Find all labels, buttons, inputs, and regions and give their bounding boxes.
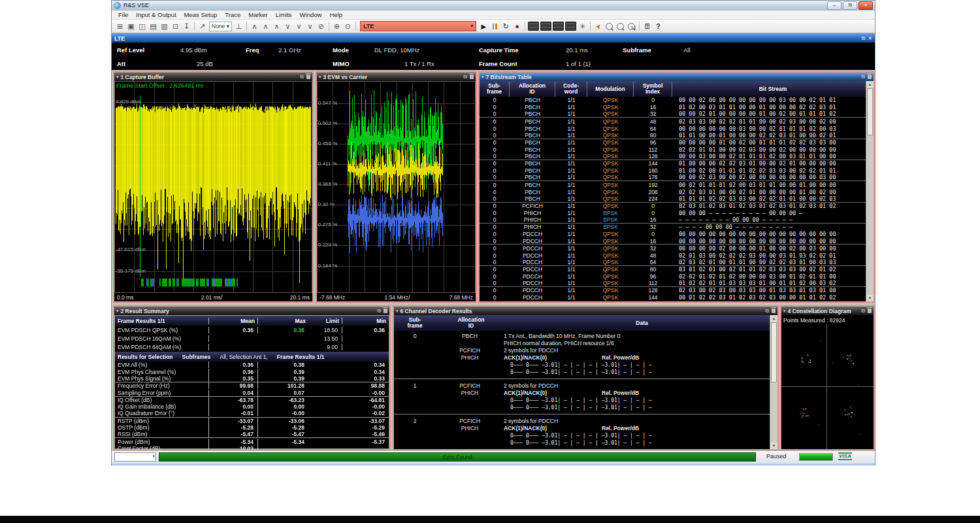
panel-menu-icon[interactable]: ▾ — [783, 309, 786, 314]
help-icon[interactable]: ? — [653, 21, 664, 31]
bitstream-row[interactable]: 0PBCH1/1QPSK8001 01 00 00 01 00 00 00 02… — [480, 132, 866, 139]
bitstream-row[interactable]: 0PBCH1/1QPSK22401 01 01 02 02 03 03 00 0… — [480, 195, 866, 203]
bitstream-row[interactable]: 0PBCH1/1QPSK4802 03 03 00 02 02 01 01 00… — [480, 118, 866, 125]
close-button[interactable]: × — [858, 1, 873, 10]
print-icon[interactable]: ⊡ — [170, 21, 181, 31]
undock-icon[interactable]: ⧉ — [300, 74, 304, 80]
record-button[interactable]: ● — [512, 21, 523, 31]
bitstream-row[interactable]: 0PDCCH1/1QPSK9602 02 01 02 01 02 00 00 0… — [480, 273, 866, 280]
channel-decoder-titlebar[interactable]: ▾ 6 Channel Decoder Results ⧉ — [394, 307, 777, 315]
bitstream-row[interactable]: 0PDCCH1/1QPSK4802 01 03 00 02 02 02 03 0… — [480, 252, 866, 259]
panel-menu-icon[interactable]: ▾ — [116, 309, 119, 314]
marker-track-icon[interactable]: ⊙ — [342, 21, 353, 31]
channel-param-capture-time[interactable]: Capture Time20.1 ms — [479, 46, 519, 54]
channel-param-frame-count[interactable]: Frame Count1 of 1 (1) — [479, 60, 517, 67]
auto-all-button[interactable] — [565, 22, 576, 31]
channel-tab-bar[interactable]: LTE ⧉ ✕ — [112, 34, 875, 42]
menu-limits[interactable]: Limits — [272, 11, 296, 18]
save-icon[interactable]: ▣ — [125, 21, 137, 31]
vertical-scrollbar[interactable]: ▲ ▼ — [866, 81, 874, 301]
bitstream-row[interactable]: 0PDCCH1/1QPSK12802 03 00 02 03 00 03 03 … — [480, 287, 866, 294]
next-peak-left-icon[interactable]: ∧ — [260, 21, 271, 31]
marker-zoom-icon[interactable]: ⊕ — [331, 21, 342, 31]
delete-panel-icon[interactable] — [868, 309, 872, 313]
result-summary-titlebar[interactable]: ▾ 2 Result Summary ⧉ — [114, 307, 389, 315]
panel-menu-icon[interactable]: ▾ — [396, 309, 399, 314]
menu-marker[interactable]: Marker — [244, 11, 272, 18]
channel-param-subframe[interactable]: SubframeAll — [623, 46, 651, 54]
bitstream-row[interactable]: 0PHICH1/1BPSK16— — — — — — — — 00 00 00 … — [480, 216, 866, 224]
bitstream-row[interactable]: 0PBCH1/1QPSK17600 00 02 03 00 00 02 00 0… — [480, 175, 866, 182]
menu-trace[interactable]: Trace — [221, 11, 244, 18]
trace-select-dropdown[interactable]: None ▾ — [209, 22, 232, 31]
bitstream-row[interactable]: 0PDCCH1/1QPSK8003 01 02 01 00 02 01 01 0… — [480, 266, 866, 273]
next-min-left-icon[interactable]: ∨ — [293, 21, 304, 31]
menu-input-output[interactable]: Input & Output — [132, 11, 180, 18]
restore-button[interactable]: ⧉ — [843, 1, 857, 10]
export-icon[interactable]: ▥ — [159, 21, 170, 31]
screenshot-icon[interactable]: ↧ — [181, 21, 192, 31]
delete-panel-icon[interactable] — [306, 75, 310, 79]
bitstream-row[interactable]: 0PDCCH1/1QPSK6402 03 02 01 00 01 01 00 0… — [480, 259, 866, 266]
pause-button[interactable] — [489, 21, 500, 31]
scrollbar-thumb[interactable] — [771, 322, 777, 382]
bitstream-row[interactable]: 0PHICH1/1BPSK32— — — — 00 00 00 — — — — … — [480, 224, 866, 231]
min-search-icon[interactable]: ∨ — [282, 21, 293, 31]
minimize-button[interactable]: – — [827, 1, 841, 10]
menu-meas-setup[interactable]: Meas Setup — [180, 11, 221, 18]
marker-icon[interactable]: ↗ — [197, 21, 208, 31]
bitstream-row[interactable]: 0PBCH1/1QPSK1601 02 00 03 01 01 00 00 01… — [480, 104, 866, 111]
constellation-titlebar[interactable]: ▾ 4 Constellation Diagram ⧉ — [781, 307, 874, 315]
report-icon[interactable]: ▤ — [148, 21, 159, 31]
scroll-down-icon[interactable]: ▼ — [866, 295, 874, 301]
scrollbar-thumb[interactable] — [867, 88, 873, 135]
settings-gear-icon[interactable]: ✳ — [577, 21, 588, 31]
bitstream-row[interactable]: 0PBCH1/1QPSK11202 02 01 01 00 00 02 03 0… — [480, 146, 866, 153]
bitstream-row[interactable]: 0PBCH1/1QPSK3200 00 02 01 00 00 00 00 01… — [480, 111, 866, 118]
context-help-icon[interactable]: ⍰ — [642, 21, 653, 31]
undock-icon[interactable]: ⧉ — [377, 308, 381, 314]
delete-panel-icon[interactable] — [868, 75, 872, 79]
scroll-up-icon[interactable]: ▲ — [866, 81, 874, 88]
scroll-up-icon[interactable]: ▲ — [770, 315, 777, 322]
channel-select-dropdown[interactable]: LTE ▾ — [360, 21, 476, 31]
scroll-down-icon[interactable]: ▼ — [770, 443, 777, 449]
bitstream-row[interactable]: 0PBCH1/1QPSK000 00 02 00 00 00 00 00 00 … — [480, 97, 866, 104]
channel-param-freq[interactable]: Freq2.1 GHz — [246, 46, 259, 54]
undock-icon[interactable]: ⧉ — [861, 308, 865, 314]
auto-scale-button[interactable] — [553, 22, 564, 31]
bitstream-row[interactable]: 0PBCH1/1QPSK19200 02 01 01 01 02 00 03 0… — [480, 181, 866, 188]
bitstream-row[interactable]: 0PBCH1/1QPSK9600 00 00 00 01 00 02 00 01… — [480, 139, 866, 146]
undock-channel-icon[interactable]: ⧉ — [862, 35, 866, 42]
bitstream-row[interactable]: 0PCFICH1/1QPSK002 03 01 02 03 01 02 03 0… — [480, 203, 866, 210]
bitstream-row[interactable]: 0PDCCH1/1QPSK3200 00 00 00 02 00 00 00 0… — [480, 245, 866, 252]
next-peak-right-icon[interactable]: ∧ — [271, 21, 282, 31]
status-combo[interactable] — [114, 452, 156, 462]
display-layout-icon[interactable]: ⊞ — [114, 21, 125, 31]
zoom-selection-icon[interactable] — [615, 21, 626, 31]
vertical-scrollbar[interactable]: ▲ ▼ — [770, 315, 777, 449]
auto-level-button[interactable] — [528, 22, 539, 31]
delete-panel-icon[interactable] — [470, 75, 474, 79]
run-single-button[interactable]: ▶ — [478, 21, 489, 31]
bitstream-row[interactable]: 0PDCCH1/1QPSK14400 01 02 02 03 01 02 03 … — [480, 294, 866, 301]
undock-icon[interactable]: ⧉ — [765, 308, 769, 314]
bitstream-row[interactable]: 0PDCCH1/1QPSK11201 02 02 01 01 03 03 03 … — [480, 280, 866, 287]
bitstream-row[interactable]: 0PBCH1/1QPSK14401 00 00 00 02 02 03 01 0… — [480, 160, 866, 167]
panel-menu-icon[interactable]: ▾ — [319, 75, 321, 80]
channel-param-att[interactable]: Att25 dB — [117, 60, 125, 67]
zoom-icon[interactable] — [604, 21, 615, 31]
next-min-right-icon[interactable]: ∨ — [304, 21, 316, 31]
bitstream-row[interactable]: 0PBCH1/1QPSK12800 00 03 00 00 02 01 01 0… — [480, 153, 866, 160]
run-continuous-button[interactable]: ↻ — [500, 21, 512, 31]
channel-param-mode[interactable]: ModeDL FDD, 10MHz — [333, 46, 349, 54]
open-icon[interactable]: ◫ — [137, 21, 148, 31]
zoom-reset-icon[interactable]: 1:1 — [626, 21, 637, 31]
menu-file[interactable]: File — [114, 11, 132, 18]
channel-param-ref-level[interactable]: Ref Level4.95 dBm — [117, 46, 144, 54]
bitstream-row[interactable]: 0PBCH1/1QPSK20802 02 03 01 00 00 02 01 0… — [480, 188, 866, 195]
bitstream-row[interactable]: 0PDCCH1/1QPSK1600 00 00 00 00 00 00 00 0… — [480, 238, 866, 245]
bitstream-titlebar[interactable]: ▾ 7 Bitstream Table ⧉ — [480, 73, 874, 81]
marker-off-icon[interactable]: ⊘ — [316, 21, 327, 31]
panel-menu-icon[interactable]: ▾ — [482, 75, 484, 80]
